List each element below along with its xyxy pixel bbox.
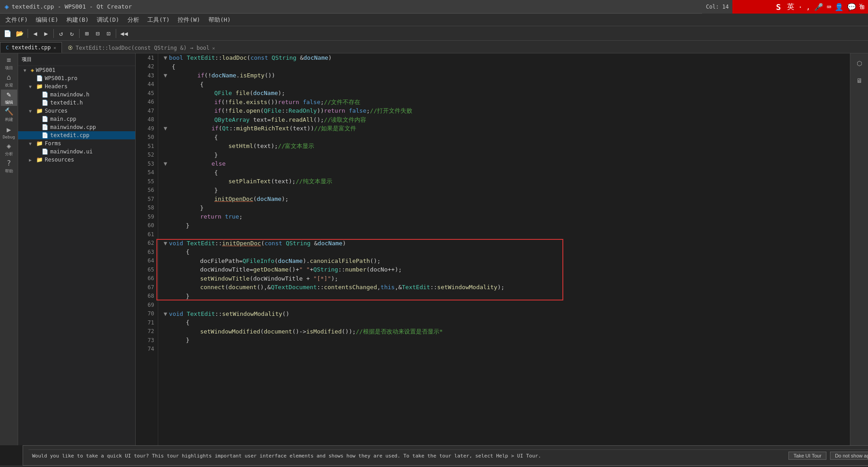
tree-label-textedit-cpp: textedit.cpp: [50, 132, 90, 138]
tree-item-mainwindow-h[interactable]: 📄 mainwindow.h: [18, 91, 135, 99]
menu-help[interactable]: 帮助(H): [205, 15, 234, 25]
code-line-45: QFile file(docName);: [164, 89, 844, 98]
tree-item-sources[interactable]: ▼ 📁 Sources: [18, 107, 135, 115]
sidebar-item-debug[interactable]: ▶ Debug: [1, 124, 17, 140]
sidebar-icons: ≡ 项目 ⌂ 欢迎 ✎ 编辑 🔨 构建 ▶ Debug ◈ 分析 ? 帮助: [0, 53, 18, 445]
tb-split[interactable]: ⊞: [82, 29, 92, 38]
menu-edit[interactable]: 编辑(E): [32, 15, 61, 25]
code-line-74: [164, 345, 844, 354]
ln-49: 49: [139, 124, 154, 133]
tree-item-wps001pro[interactable]: 📄 WPS001.pro: [18, 74, 135, 82]
fold-49[interactable]: ▼: [164, 124, 167, 133]
ln-46: 46: [139, 98, 154, 107]
titlebar-right: ─ □ ✕: [835, 2, 864, 9]
sidebar-item-welcome[interactable]: ⌂ 欢迎: [1, 72, 17, 89]
sidebar-item-build[interactable]: 🔨 构建: [1, 107, 17, 123]
minimize-button[interactable]: ─: [835, 2, 843, 9]
tb-sep1: [28, 29, 28, 38]
code-line-62: ▼ void TextEdit::initOpenDoc(const QStri…: [164, 239, 844, 248]
menu-build[interactable]: 构建(B): [63, 15, 92, 25]
tree-label-mainwindow-h: mainwindow.h: [50, 91, 90, 98]
tree-icon-mwc: 📄: [42, 124, 48, 130]
tree-arrow-forms: ▼: [29, 141, 34, 146]
fold-41[interactable]: ▼: [164, 53, 167, 62]
fold-53[interactable]: ▼: [164, 159, 167, 168]
sidebar-item-project[interactable]: ≡ 项目: [1, 55, 17, 71]
wps-lang[interactable]: 英: [787, 2, 794, 12]
editor-wrapper: 41 42 43 44 45 46 47 48 49 50 51 52 53 5…: [136, 53, 850, 445]
code-line-44: {: [164, 80, 844, 89]
rs-monitor-icon[interactable]: 🖥: [851, 72, 868, 89]
sidebar-build-label: 构建: [5, 117, 13, 123]
ln-56: 56: [139, 186, 154, 195]
tree-icon-tec: 📄: [42, 132, 48, 138]
tree-item-forms[interactable]: ▼ 📁 Forms: [18, 139, 135, 148]
status-tooltip-bar: Would you like to take a quick UI tour? …: [23, 445, 868, 466]
sidebar-item-edit[interactable]: ✎ 编辑: [1, 90, 17, 106]
code-line-48: QByteArray text=file.readAll();//读取文件内容: [164, 115, 844, 124]
tree-item-resources[interactable]: ▶ 📁 Resources: [18, 156, 135, 164]
tb-nav[interactable]: ◀◀: [118, 29, 130, 38]
tree-label-headers: Headers: [45, 83, 68, 90]
code-editor[interactable]: 41 42 43 44 45 46 47 48 49 50 51 52 53 5…: [136, 53, 850, 445]
main-content: ≡ 项目 ⌂ 欢迎 ✎ 编辑 🔨 构建 ▶ Debug ◈ 分析 ? 帮助 项目: [0, 53, 868, 445]
dont-show-button[interactable]: Do not show again: [830, 452, 868, 460]
tb-undo[interactable]: ↺: [56, 29, 66, 38]
tree-label-resources: Resources: [45, 157, 74, 163]
maximize-button[interactable]: □: [846, 2, 854, 9]
tab-close-2[interactable]: ✕: [212, 46, 215, 51]
code-line-64: docFilePath=QFileInfo(docName).canonical…: [164, 257, 844, 266]
code-line-54: {: [164, 168, 844, 177]
tab-icon-fn: ⦿: [68, 45, 73, 51]
ln-72: 72: [139, 327, 154, 336]
code-line-71: {: [164, 318, 844, 327]
menu-controls[interactable]: 控件(W): [174, 15, 203, 25]
tb-open[interactable]: 📂: [14, 29, 25, 38]
tree-item-headers[interactable]: ▼ 📁 Headers: [18, 82, 135, 91]
tree-item-main-cpp[interactable]: 📄 main.cpp: [18, 115, 135, 123]
ln-64: 64: [139, 257, 154, 266]
tab-loaddoc[interactable]: ⦿ TextEdit::loadDoc(const QString &) → b…: [62, 43, 221, 53]
tree-item-mainwindow-cpp[interactable]: 📄 mainwindow.cpp: [18, 123, 135, 131]
sidebar-welcome-label: 欢迎: [5, 82, 13, 88]
fold-62[interactable]: ▼: [164, 239, 167, 248]
wps-keyboard-icon[interactable]: ⌨: [827, 3, 831, 11]
sidebar-item-help[interactable]: ? 帮助: [1, 158, 17, 175]
tree-arrow-headers: ▼: [29, 84, 34, 89]
tree-item-wps001[interactable]: ▼ ◈ WPS001: [18, 66, 135, 74]
ln-42: 42: [139, 62, 154, 71]
ln-41: 41: [139, 53, 154, 62]
tooltip-text: Would you like to take a quick UI tour? …: [32, 453, 541, 459]
tb-back[interactable]: ◀: [30, 29, 40, 38]
ln-43: 43: [139, 71, 154, 80]
rs-debug-icon[interactable]: ⬡: [851, 55, 868, 71]
code-line-52: }: [164, 151, 844, 160]
tree-item-textedit-h[interactable]: 📄 textedit.h: [18, 99, 135, 107]
tree-icon-forms: 📁: [36, 140, 43, 147]
menu-file[interactable]: 文件(F): [2, 15, 31, 25]
tab-textedit-cpp[interactable]: C textedit.cpp ✕: [0, 42, 62, 53]
close-button[interactable]: ✕: [857, 2, 864, 9]
tb-forward[interactable]: ▶: [41, 29, 51, 38]
take-tour-button[interactable]: Take UI Tour: [788, 452, 826, 460]
tb-layout[interactable]: ⊡: [104, 29, 113, 38]
fold-43[interactable]: ▼: [164, 71, 167, 80]
ln-66: 66: [139, 274, 154, 283]
menu-debug[interactable]: 调试(D): [93, 15, 123, 25]
menu-tools[interactable]: 工具(T): [144, 15, 173, 25]
menu-analyze[interactable]: 分析: [124, 15, 143, 25]
tb-split2[interactable]: ⊟: [93, 29, 103, 38]
ln-58: 58: [139, 204, 154, 213]
tree-item-mainwindow-ui[interactable]: 📄 mainwindow.ui: [18, 148, 135, 156]
fold-70[interactable]: ▼: [164, 310, 167, 319]
tb-redo[interactable]: ↻: [67, 29, 77, 38]
ln-52: 52: [139, 151, 154, 160]
tab-close-1[interactable]: ✕: [53, 45, 56, 50]
wps-mic-icon[interactable]: 🎤: [814, 3, 823, 11]
tb-new[interactable]: 📄: [2, 29, 13, 38]
code-line-49: ▼ if(Qt::mightBeRichText(text))//如果是富文件: [164, 124, 844, 133]
code-line-61: [164, 230, 844, 239]
toolbar2: 📄 📂 ◀ ▶ ↺ ↻ ⊞ ⊟ ⊡ ◀◀: [0, 26, 868, 41]
sidebar-item-analyze[interactable]: ◈ 分析: [1, 141, 17, 157]
tree-item-textedit-cpp[interactable]: 📄 textedit.cpp: [18, 131, 135, 139]
